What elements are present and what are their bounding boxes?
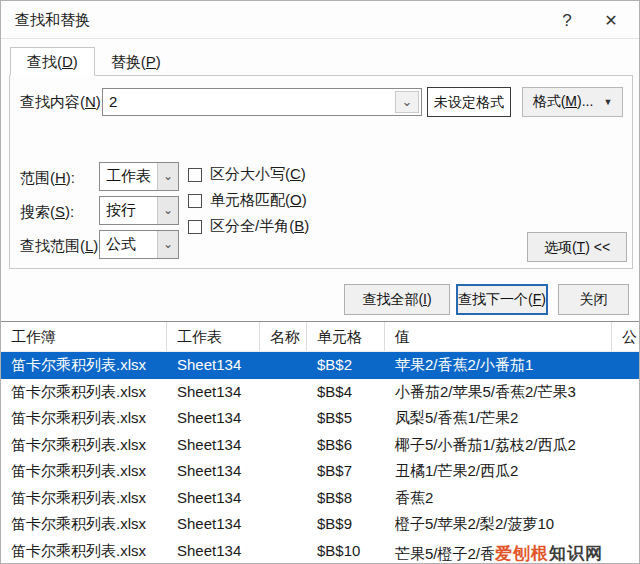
result-cell-sheet: Sheet134 [167, 511, 260, 538]
column-header-value[interactable]: 值 [385, 322, 612, 351]
find-replace-dialog: 查找和替换 ? ✕ 查找(D) 替换(P) 查找内容(N): 2 ⌄ 未设定格式… [0, 0, 640, 564]
result-cell-formula [612, 458, 640, 485]
result-cell-cell: $B$8 [307, 485, 385, 512]
result-cell-cell: $B$2 [307, 352, 385, 379]
find-next-button[interactable]: 查找下一个(F) [456, 284, 548, 315]
result-cell-cell: $B$10 [307, 538, 385, 564]
result-row[interactable]: 笛卡尔乘积列表.xlsxSheet134$B$10芒果5/橙子2/香爱刨根知识网 [1, 538, 640, 564]
result-row[interactable]: 笛卡尔乘积列表.xlsxSheet134$B$4小番茄2/苹果5/香蕉2/芒果3 [1, 379, 640, 406]
close-icon[interactable]: ✕ [595, 8, 627, 34]
tab-replace[interactable]: 替换(P) [95, 49, 177, 76]
match-byte-checkbox[interactable]: 区分全/半角(B) [188, 217, 309, 236]
checkbox-icon [188, 194, 202, 208]
search-label: 搜索(S): [20, 203, 74, 222]
tabstrip: 查找(D) 替换(P) [10, 47, 177, 76]
result-cell-sheet: Sheet134 [167, 352, 260, 379]
result-cell-sheet: Sheet134 [167, 405, 260, 432]
result-cell-sheet: Sheet134 [167, 379, 260, 406]
result-cell-name [260, 405, 307, 432]
result-cell-formula [612, 511, 640, 538]
search-select[interactable]: 按行 ⌄ [99, 196, 179, 225]
result-row[interactable]: 笛卡尔乘积列表.xlsxSheet134$B$6椰子5/小番茄1/荔枝2/西瓜2 [1, 432, 640, 459]
titlebar: 查找和替换 ? ✕ [1, 1, 639, 39]
result-cell-name [260, 511, 307, 538]
result-cell-name [260, 458, 307, 485]
result-row[interactable]: 笛卡尔乘积列表.xlsxSheet134$B$7丑橘1/芒果2/西瓜2 [1, 458, 640, 485]
result-cell-workbook: 笛卡尔乘积列表.xlsx [1, 432, 167, 459]
result-cell-formula [612, 538, 640, 564]
result-row[interactable]: 笛卡尔乘积列表.xlsxSheet134$B$9橙子5/苹果2/梨2/菠萝10 [1, 511, 640, 538]
result-cell-value: 丑橘1/芒果2/西瓜2 [385, 458, 612, 485]
result-row[interactable]: 笛卡尔乘积列表.xlsxSheet134$B$2苹果2/香蕉2/小番茄1 [1, 352, 640, 379]
chevron-down-icon[interactable]: ⌄ [395, 91, 419, 113]
result-cell-cell: $B$6 [307, 432, 385, 459]
watermark-text: 爱刨根 [495, 544, 549, 563]
column-header-name[interactable]: 名称 [260, 322, 307, 351]
within-label: 范围(H): [20, 169, 75, 188]
chevron-down-icon: ⌄ [157, 163, 178, 190]
result-cell-workbook: 笛卡尔乘积列表.xlsx [1, 538, 167, 564]
result-cell-formula [612, 405, 640, 432]
result-cell-cell: $B$5 [307, 405, 385, 432]
find-tab-panel: 查找内容(N): 2 ⌄ 未设定格式 格式(M)... ▼ 范围(H): 工作表… [9, 75, 633, 269]
result-cell-value: 小番茄2/苹果5/香蕉2/芒果3 [385, 379, 612, 406]
result-cell-workbook: 笛卡尔乘积列表.xlsx [1, 352, 167, 379]
chevron-down-icon: ⌄ [157, 231, 178, 258]
look-in-select[interactable]: 公式 ⌄ [99, 230, 179, 259]
result-cell-name [260, 352, 307, 379]
watermark-text: 知识网 [549, 544, 603, 563]
results-header: 工作簿 工作表 名称 单元格 值 公 [1, 322, 640, 352]
result-cell-formula [612, 352, 640, 379]
result-cell-formula [612, 485, 640, 512]
result-cell-sheet: Sheet134 [167, 485, 260, 512]
match-case-checkbox[interactable]: 区分大小写(C) [188, 165, 306, 184]
checkbox-icon [188, 220, 202, 234]
result-cell-sheet: Sheet134 [167, 458, 260, 485]
close-button[interactable]: 关闭 [558, 284, 629, 315]
dropdown-arrow-icon: ▼ [603, 97, 612, 107]
find-all-button[interactable]: 查找全部(I) [344, 284, 450, 315]
column-header-formula[interactable]: 公 [612, 322, 640, 351]
result-cell-workbook: 笛卡尔乘积列表.xlsx [1, 485, 167, 512]
within-select[interactable]: 工作表 ⌄ [99, 162, 179, 191]
result-row[interactable]: 笛卡尔乘积列表.xlsxSheet134$B$8香蕉2 [1, 485, 640, 512]
find-what-input[interactable]: 2 [103, 89, 393, 115]
result-cell-cell: $B$4 [307, 379, 385, 406]
result-cell-value: 凤梨5/香蕉1/芒果2 [385, 405, 612, 432]
format-button[interactable]: 格式(M)... ▼ [522, 87, 623, 117]
result-cell-sheet: Sheet134 [167, 432, 260, 459]
look-in-label: 查找范围(L): [20, 237, 103, 256]
result-cell-cell: $B$7 [307, 458, 385, 485]
result-cell-name [260, 538, 307, 564]
result-cell-name [260, 379, 307, 406]
results-body: 笛卡尔乘积列表.xlsxSheet134$B$2苹果2/香蕉2/小番茄1笛卡尔乘… [1, 352, 640, 564]
dialog-title: 查找和替换 [15, 11, 90, 30]
result-cell-workbook: 笛卡尔乘积列表.xlsx [1, 511, 167, 538]
tab-find[interactable]: 查找(D) [10, 47, 95, 76]
result-cell-sheet: Sheet134 [167, 538, 260, 564]
chevron-down-icon: ⌄ [157, 197, 178, 224]
result-cell-formula [612, 379, 640, 406]
result-cell-name [260, 432, 307, 459]
result-cell-value: 芒果5/橙子2/香爱刨根知识网 [385, 538, 612, 564]
help-icon[interactable]: ? [551, 8, 583, 34]
result-cell-value: 椰子5/小番茄1/荔枝2/西瓜2 [385, 432, 612, 459]
column-header-workbook[interactable]: 工作簿 [1, 322, 167, 351]
result-cell-value: 香蕉2 [385, 485, 612, 512]
result-cell-workbook: 笛卡尔乘积列表.xlsx [1, 379, 167, 406]
checkbox-icon [188, 168, 202, 182]
options-button[interactable]: 选项(T) << [527, 232, 627, 262]
column-header-cell[interactable]: 单元格 [307, 322, 385, 351]
format-preview-box: 未设定格式 [427, 87, 511, 117]
match-entire-cell-checkbox[interactable]: 单元格匹配(O) [188, 191, 307, 210]
result-cell-workbook: 笛卡尔乘积列表.xlsx [1, 405, 167, 432]
result-cell-value: 苹果2/香蕉2/小番茄1 [385, 352, 612, 379]
find-what-combobox[interactable]: 2 ⌄ [102, 88, 422, 116]
result-cell-value: 橙子5/苹果2/梨2/菠萝10 [385, 511, 612, 538]
result-cell-cell: $B$9 [307, 511, 385, 538]
column-header-worksheet[interactable]: 工作表 [167, 322, 260, 351]
find-what-label: 查找内容(N): [20, 93, 105, 112]
result-cell-workbook: 笛卡尔乘积列表.xlsx [1, 458, 167, 485]
result-row[interactable]: 笛卡尔乘积列表.xlsxSheet134$B$5凤梨5/香蕉1/芒果2 [1, 405, 640, 432]
results-table: 工作簿 工作表 名称 单元格 值 公 笛卡尔乘积列表.xlsxSheet134$… [1, 321, 640, 564]
